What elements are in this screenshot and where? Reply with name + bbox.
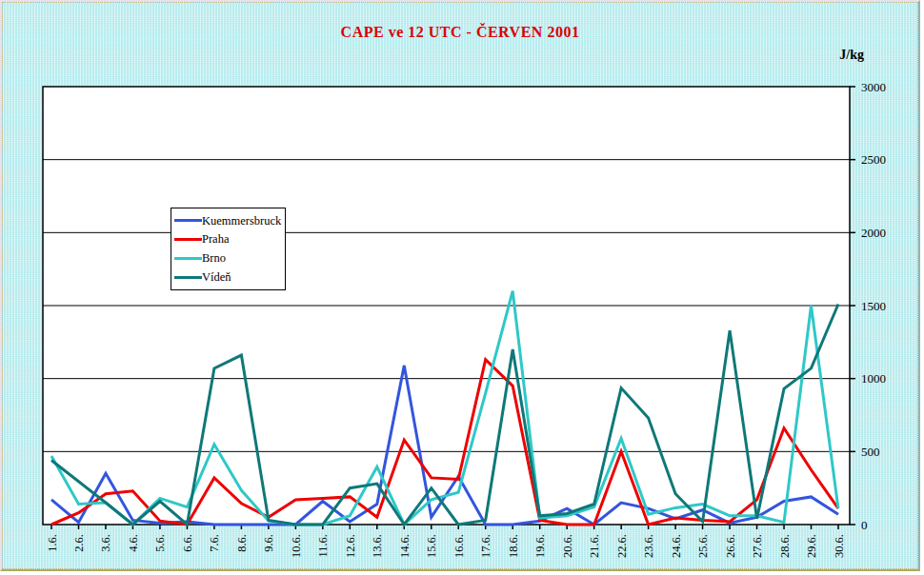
x-tick-label: 1.6. xyxy=(46,534,59,552)
x-tick-label: 23.6. xyxy=(642,534,655,558)
x-tick-label: 2.6. xyxy=(72,534,86,552)
x-tick-label: 21.6. xyxy=(588,534,601,558)
legend-line-swatch xyxy=(174,276,202,279)
x-tick-label: 18.6. xyxy=(507,534,520,558)
x-tick-label: 11.6. xyxy=(316,534,330,558)
x-tick-label: 12.6. xyxy=(344,534,357,558)
legend-box: KuemmersbruckPrahaBrnoVídeň xyxy=(171,208,286,290)
y-tick-label-2500: 2500 xyxy=(861,152,886,167)
x-tick-label: 25.6. xyxy=(696,534,710,558)
x-tick-label: 9.6. xyxy=(262,534,275,552)
x-tick-label: 6.6. xyxy=(181,534,194,552)
legend-label: Vídeň xyxy=(202,271,231,284)
x-tick-label: 13.6. xyxy=(371,534,384,558)
x-tick-label: 8.6. xyxy=(235,534,249,552)
legend-line-swatch xyxy=(174,219,202,222)
x-tick-label: 26.6. xyxy=(724,534,737,558)
x-tick-label: 19.6. xyxy=(533,534,547,558)
x-tick-label: 30.6. xyxy=(833,534,846,558)
y-tick-label-3000: 3000 xyxy=(861,80,886,94)
legend-item-praha: Praha xyxy=(171,231,285,248)
x-tick-label: 15.6. xyxy=(425,534,438,558)
legend-item-vídeň: Vídeň xyxy=(171,268,285,286)
legend-item-kuemmersbruck: Kuemmersbruck xyxy=(171,212,285,229)
x-tick-label: 10.6. xyxy=(290,534,303,558)
y-tick-label-1000: 1000 xyxy=(861,371,886,386)
x-tick-label: 4.6. xyxy=(127,534,140,552)
legend-line-swatch xyxy=(174,257,202,260)
legend-label: Brno xyxy=(202,252,226,265)
y-tick-label-1500: 1500 xyxy=(861,299,886,313)
x-tick-label: 3.6. xyxy=(99,534,112,552)
x-tick-label: 22.6. xyxy=(615,534,629,558)
x-tick-label: 29.6. xyxy=(805,534,818,558)
x-tick-label: 14.6. xyxy=(398,534,412,558)
chart-frame: CAPE ve 12 UTC - ČERVEN 2001 J/kg 050010… xyxy=(0,0,920,571)
legend-label: Praha xyxy=(202,233,229,246)
x-tick-label: 24.6. xyxy=(670,534,683,558)
x-tick-label: 28.6. xyxy=(778,534,792,558)
legend-label: Kuemmersbruck xyxy=(202,215,281,228)
legend-item-brno: Brno xyxy=(171,249,285,267)
x-tick-label: 27.6. xyxy=(751,534,764,558)
chart-background: CAPE ve 12 UTC - ČERVEN 2001 J/kg 050010… xyxy=(2,2,918,569)
x-tick-label: 16.6. xyxy=(452,534,466,558)
x-tick-label: 7.6. xyxy=(208,534,221,552)
x-tick-label: 20.6. xyxy=(561,534,574,558)
x-tick-label: 17.6. xyxy=(479,534,492,558)
x-tick-label: 5.6. xyxy=(153,534,167,552)
y-tick-label-0: 0 xyxy=(861,518,868,532)
y-tick-label-500: 500 xyxy=(861,445,880,459)
legend-line-swatch xyxy=(174,238,202,241)
y-tick-label-2000: 2000 xyxy=(861,226,886,240)
plot-area: 0500100015002000250030001.6.2.6.3.6.4.6.… xyxy=(3,3,923,574)
